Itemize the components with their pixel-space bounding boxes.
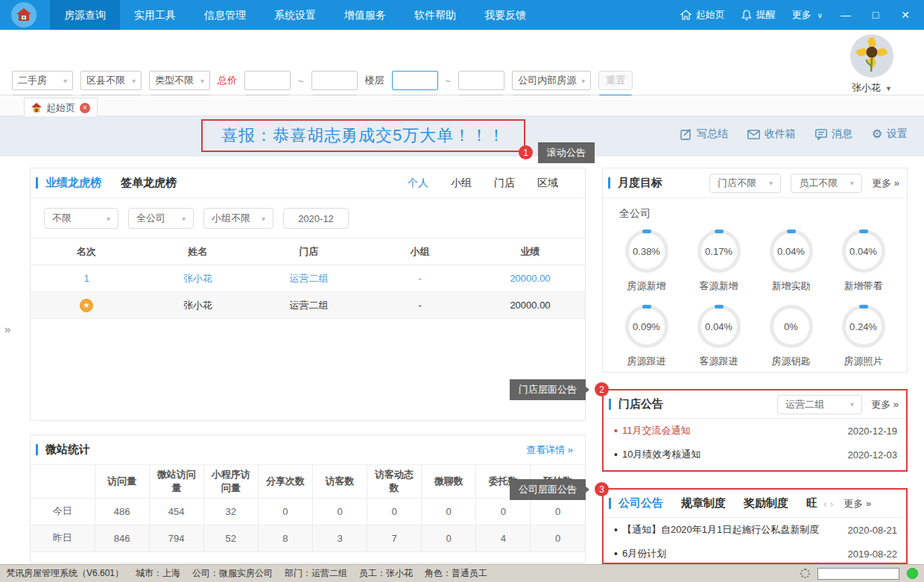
user-name-menu[interactable]: 张小花▼ [844,81,900,95]
col-performance: 业绩 [475,238,585,265]
menu-item-listings[interactable]: 房源查询 [50,0,120,30]
tab-performance-board[interactable]: 业绩龙虎榜 [45,176,101,190]
gauge-label: 客源新增 [697,279,741,293]
tab-bar: 起始页 × [0,95,924,116]
price-label: 总价 [218,74,237,87]
notice-text: 10月绩效考核通知 [622,448,841,461]
scope-tab-store[interactable]: 门店 [494,177,515,190]
chevron-down-icon: ▾ [262,215,265,223]
search-filter-bar: 二手房▾ 区县不限▾ 类型不限▾ 总价 ~ 楼层 ~ 公司内部房源▾ 重置 户型… [0,30,924,95]
store-notice-more-link[interactable]: 更多 » [871,398,899,411]
gold-medal-icon: ★ [80,299,93,312]
double-arrow-icon: » [866,498,871,509]
message-icon [815,129,827,140]
online-status-icon [907,568,918,579]
double-arrow-icon: » [894,177,899,189]
tab-home-page[interactable]: 起始页 × [24,98,98,117]
tab-signing-board[interactable]: 签单龙虎榜 [121,176,177,190]
price-max-input[interactable] [311,71,358,90]
floor-label: 楼层 [365,74,385,87]
monthly-more-link[interactable]: 更多 » [872,177,899,190]
gauge-label: 房源钥匙 [770,355,813,368]
gauge-showing-new: 0.04%新增带看 [842,230,885,293]
employee-filter-select[interactable]: 员工不限▾ [791,174,862,193]
monthly-filters: 门店不限▾ 员工不限▾ 更多 » [709,174,899,193]
store-group-select[interactable]: 运营二组▾ [777,395,862,414]
gauge-value: 0.09% [633,321,660,332]
list-item[interactable]: • 6月份计划 2019-08-22 [604,542,906,564]
close-button[interactable]: ✕ [899,9,912,21]
pager-right-icon[interactable]: › [830,498,834,510]
col-visitor-activity: 访客动态数 [367,465,422,498]
navbar-right: 起始页 提醒 更多 ∨ — □ ✕ [680,8,924,22]
statusbar-input[interactable] [817,568,899,580]
scrolling-announcement[interactable]: 喜报：恭喜胡志勇成交5万大单！！！ [201,119,525,152]
scope-tab-region[interactable]: 区域 [537,177,558,190]
stat-cell: 0 [367,498,422,525]
type-select[interactable]: 类型不限▾ [149,71,210,90]
floor-max-input[interactable] [458,71,504,90]
tab-company-notice[interactable]: 公司公告 [618,496,663,510]
group-value: 小组不限 [212,212,250,225]
property-type-select[interactable]: 二手房▾ [12,71,73,90]
tab-rules[interactable]: 规章制度 [681,496,726,510]
name-cell: 张小花 [142,292,253,319]
list-item[interactable]: • 【通知】自2020年1月1日起施行公私盘新制度 2020-08-21 [604,518,906,542]
reset-button[interactable]: 重置 [598,71,633,90]
district-select[interactable]: 区县不限▾ [80,71,142,90]
table-row[interactable]: 1 张小花 运营二组 - 20000.00 [31,265,585,292]
messages-button[interactable]: 消息 [815,127,852,141]
minimize-button[interactable]: — [839,9,852,21]
home-page-button[interactable]: 起始页 [680,8,725,22]
menu-item-info[interactable]: 信息管理 [190,0,260,30]
menu-item-help[interactable]: 软件帮助 [400,0,470,30]
tab-rewards[interactable]: 奖励制度 [744,496,788,510]
menu-item-tools[interactable]: 实用工具 [120,0,190,30]
scope-tab-personal[interactable]: 个人 [408,177,428,190]
menu-item-feedback[interactable]: 我要反馈 [470,0,540,30]
leaderboard-filters: 不限▾ 全公司▾ 小组不限▾ 2020-12 [31,198,585,229]
menu-item-settings[interactable]: 系统设置 [260,0,330,30]
target-gauges: 0.38%房源新增 0.17%客源新增 0.04%新增实勘 0.04%新增带看 … [603,221,907,368]
list-item[interactable]: • 10月绩效考核通知 2020-12-03 [604,443,906,466]
more-label: 更多 [844,498,863,509]
write-summary-button[interactable]: 写总结 [680,127,728,141]
write-icon [680,128,692,140]
col-store: 门店 [253,238,364,265]
tab-clipped[interactable]: 旺 [806,496,819,510]
listing-scope-select[interactable]: 公司内部房源▾ [512,71,591,90]
store-filter-select[interactable]: 门店不限▾ [709,174,781,193]
menu-item-value-services[interactable]: 增值服务 [330,0,400,30]
company-select[interactable]: 全公司▾ [128,208,194,229]
floor-min-input[interactable] [392,71,438,90]
tilde-separator: ~ [298,75,304,86]
limit-select[interactable]: 不限▾ [44,208,118,229]
col-miniprogram-visits: 小程序访问量 [203,465,258,498]
stat-cell: 3 [312,525,367,551]
inbox-button[interactable]: 收件箱 [747,127,796,141]
col-group: 小组 [364,238,475,265]
announcement-strip: 喜报：恭喜胡志勇成交5万大单！！！ 写总结 收件箱 消息 ⚙ 设置 [0,116,924,156]
scope-tab-group[interactable]: 小组 [451,177,472,190]
sidebar-expander[interactable]: » [4,323,10,335]
company-label: 公司：微服实房公司 [192,567,273,580]
tab-close-icon[interactable]: × [80,103,90,113]
top-navbar: 房源查询 实用工具 信息管理 系统设置 增值服务 软件帮助 我要反馈 起始页 提… [0,0,924,30]
price-min-input[interactable] [244,71,291,90]
group-select[interactable]: 小组不限▾ [203,208,273,229]
table-row[interactable]: ★ 张小花 运营二组 - 20000.00 [31,292,585,319]
bullet-icon: • [614,548,618,560]
remind-button[interactable]: 提醒 [741,8,776,22]
pager-left-icon[interactable]: ‹ [823,498,827,510]
settings-button[interactable]: ⚙ 设置 [872,127,908,141]
view-detail-link[interactable]: 查看详情 » [526,443,573,457]
scope-label: 全公司 [603,198,907,221]
monthly-targets-title: 月度目标 [618,176,662,190]
maximize-button[interactable]: □ [869,9,882,21]
company-notice-more-link[interactable]: 更多 » [844,497,871,510]
avatar[interactable] [850,34,893,78]
more-menu-button[interactable]: 更多 ∨ [792,8,823,22]
property-type-value: 二手房 [18,74,47,87]
month-picker[interactable]: 2020-12 [283,208,349,229]
list-item[interactable]: • 11月交流会通知 2020-12-19 [604,419,906,443]
